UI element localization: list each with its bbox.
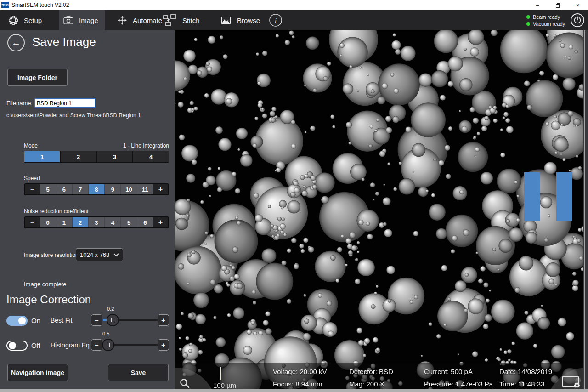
smartsem-window: ZEISS SmartSEM touch V2.02 − × Setup bbox=[0, 0, 588, 392]
histogram-label: Histogram Eq. bbox=[51, 341, 91, 349]
best-fit-increase-button[interactable]: + bbox=[158, 314, 169, 326]
tab-setup[interactable]: Setup bbox=[4, 10, 46, 30]
histogram-increase-button[interactable]: + bbox=[158, 339, 169, 351]
page-title: Save Image bbox=[32, 35, 96, 49]
tab-image-label: Image bbox=[79, 17, 98, 24]
noise-option-2[interactable]: 2 bbox=[72, 217, 88, 227]
noise-label: Noise reduction coefficient bbox=[24, 208, 89, 215]
tab-browse[interactable]: Browse bbox=[216, 10, 265, 30]
title-bar: ZEISS SmartSEM touch V2.02 − × bbox=[0, 0, 588, 10]
speed-option-7[interactable]: 7 bbox=[72, 184, 88, 194]
best-fit-toggle-label: On bbox=[31, 317, 40, 324]
speed-option-5[interactable]: 5 bbox=[40, 184, 56, 194]
mode-option-2[interactable]: 2 bbox=[61, 151, 96, 162]
pressure-readout: Pressure: 1.47e-03 Pa bbox=[424, 380, 493, 388]
noise-option-4[interactable]: 4 bbox=[104, 217, 120, 227]
magnifier-icon bbox=[179, 378, 190, 389]
voltage-readout: Voltage: 20.00 kV bbox=[273, 368, 327, 375]
mode-label: Mode bbox=[24, 142, 38, 149]
display-settings-button[interactable] bbox=[562, 375, 582, 391]
scale-bar-label: 100 µm bbox=[213, 381, 236, 389]
power-button[interactable] bbox=[571, 13, 584, 27]
speed-option-9[interactable]: 9 bbox=[104, 184, 120, 194]
tab-image[interactable]: Image bbox=[59, 10, 105, 30]
minimize-button[interactable]: − bbox=[527, 0, 548, 10]
speed-option-11[interactable]: 11 bbox=[137, 184, 153, 194]
tab-stitch-label: Stitch bbox=[182, 17, 200, 24]
close-button[interactable]: × bbox=[568, 0, 588, 10]
speed-increase-button[interactable]: + bbox=[153, 184, 168, 194]
speed-selector: − 5 6 7 8 9 10 11 + bbox=[24, 183, 169, 195]
speed-option-6[interactable]: 6 bbox=[56, 184, 72, 194]
stitch-flow-icon bbox=[163, 14, 177, 26]
best-fit-toggle[interactable] bbox=[6, 316, 28, 326]
scale-bar-tick bbox=[220, 367, 221, 380]
back-button[interactable]: ← bbox=[7, 34, 25, 51]
histogram-slider-thumb[interactable] bbox=[102, 339, 114, 351]
image-scrollbar[interactable] bbox=[583, 30, 588, 389]
vacuum-ready-label: Vacuum ready bbox=[533, 21, 565, 27]
chevron-down-icon bbox=[113, 253, 119, 257]
pause-indicator-right-bar[interactable] bbox=[556, 172, 572, 221]
filename-input[interactable] bbox=[35, 99, 95, 108]
histogram-value: 0.5 bbox=[102, 331, 109, 336]
sem-image bbox=[175, 30, 583, 392]
histogram-toggle-label: Off bbox=[31, 341, 40, 349]
noise-increase-button[interactable]: + bbox=[153, 217, 168, 227]
best-fit-slider-thumb[interactable] bbox=[107, 314, 119, 326]
mode-selector: 1 2 3 4 bbox=[24, 151, 169, 163]
noise-option-0[interactable]: 0 bbox=[40, 217, 56, 227]
nav-bar: Setup Image Automate bbox=[0, 10, 588, 30]
histogram-toggle[interactable] bbox=[6, 341, 28, 351]
window-bottom-edge bbox=[0, 389, 588, 392]
best-fit-decrease-button[interactable]: − bbox=[91, 314, 102, 326]
svg-text:i: i bbox=[275, 17, 277, 24]
noise-option-5[interactable]: 5 bbox=[120, 217, 136, 227]
navigation-image-button[interactable]: Navigation image bbox=[7, 364, 68, 381]
resolution-dropdown[interactable]: 1024 x 768 bbox=[76, 248, 123, 261]
scrollbar-thumb[interactable] bbox=[584, 30, 585, 389]
noise-option-6[interactable]: 6 bbox=[137, 217, 153, 227]
beam-ready-label: Beam ready bbox=[533, 14, 560, 20]
vacuum-status: Vacuum ready bbox=[526, 21, 565, 27]
toggle-knob bbox=[9, 342, 16, 349]
tab-automate-label: Automate bbox=[133, 17, 162, 24]
move-arrows-icon bbox=[117, 15, 127, 25]
zeiss-logo-icon: ZEISS bbox=[1, 2, 9, 8]
detector-readout: Detector: BSD bbox=[349, 368, 393, 375]
noise-option-3[interactable]: 3 bbox=[88, 217, 104, 227]
histogram-decrease-button[interactable]: − bbox=[91, 339, 102, 351]
pause-indicator-left-bar[interactable] bbox=[524, 172, 540, 221]
best-fit-value: 0.2 bbox=[107, 306, 114, 312]
mode-description: 1 - Line Integration bbox=[123, 142, 169, 149]
image-status-bar: 100 µm Voltage: 20.00 kV Focus: 8.94 mm … bbox=[175, 363, 583, 389]
machine-status: Beam ready Vacuum ready bbox=[526, 10, 565, 30]
info-button[interactable]: i bbox=[264, 10, 287, 30]
speed-option-8[interactable]: 8 bbox=[88, 184, 104, 194]
current-readout: Current: 500 pA bbox=[424, 368, 473, 375]
image-correction-heading: Image Correction bbox=[6, 293, 91, 306]
mode-option-4[interactable]: 4 bbox=[133, 151, 169, 162]
speed-option-10[interactable]: 10 bbox=[120, 184, 136, 194]
resolution-value: 1024 x 768 bbox=[80, 251, 109, 258]
sem-viewport: 100 µm Voltage: 20.00 kV Focus: 8.94 mm … bbox=[175, 30, 588, 392]
restore-button[interactable] bbox=[548, 0, 568, 10]
mag-readout: Mag: 200 X bbox=[349, 380, 384, 388]
mode-option-1[interactable]: 1 bbox=[24, 151, 60, 162]
image-folder-button[interactable]: Image Folder bbox=[7, 69, 68, 86]
best-fit-label: Best Fit bbox=[51, 317, 72, 324]
beam-ready-dot-icon bbox=[526, 15, 530, 19]
speed-decrease-button[interactable]: − bbox=[25, 184, 40, 194]
mode-option-3[interactable]: 3 bbox=[97, 151, 132, 162]
noise-option-1[interactable]: 1 bbox=[56, 217, 72, 227]
picture-icon bbox=[220, 16, 232, 24]
monitor-gear-icon bbox=[562, 375, 582, 389]
camera-icon bbox=[63, 16, 74, 24]
save-path: c:\users\sem\Powder and Screw Thread\BSD… bbox=[6, 112, 141, 119]
noise-decrease-button[interactable]: − bbox=[25, 217, 40, 227]
filename-label: Filename: bbox=[6, 100, 33, 107]
tab-stitch[interactable]: Stitch bbox=[158, 10, 204, 30]
save-button[interactable]: Save bbox=[108, 364, 169, 381]
magnifier-button[interactable] bbox=[179, 378, 190, 391]
image-complete-status: Image complete bbox=[24, 281, 67, 288]
